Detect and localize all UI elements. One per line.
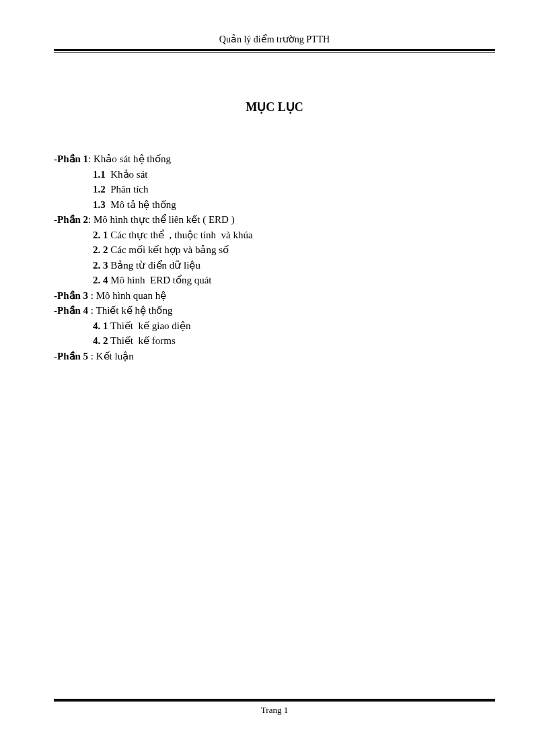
toc-sub-text: Thiết kế forms bbox=[108, 335, 176, 346]
footer-rule-thin bbox=[54, 701, 495, 702]
toc-title: MỤC LỤC bbox=[54, 100, 495, 114]
toc-sub-text: Khảo sát bbox=[106, 169, 148, 180]
toc-sub-text: Phân tích bbox=[106, 184, 149, 195]
toc-sub: 2. 2 Các mối kết hợp và bảng số bbox=[93, 242, 495, 258]
footer-page-number: Trang 1 bbox=[54, 705, 495, 716]
header-rule-thick bbox=[54, 49, 495, 51]
toc-sub: 1.2 Phân tích bbox=[93, 182, 495, 197]
toc-sub-text: Mô tả hệ thống bbox=[106, 199, 176, 210]
toc-part-sep: : bbox=[88, 351, 96, 362]
toc-part-text: Thiết kế hệ thống bbox=[96, 305, 173, 316]
toc-sub-text: Thiết kế giao diện bbox=[108, 320, 191, 331]
toc-sub: 2. 1 Các thực thể , thuộc tính và khúa bbox=[93, 228, 495, 243]
toc-sub-text: Các thực thể , thuộc tính và khúa bbox=[108, 230, 253, 240]
toc-part-text: Kết luận bbox=[96, 351, 134, 362]
toc-sub: 4. 1 Thiết kế giao diện bbox=[93, 318, 495, 334]
toc-sub: 4. 2 Thiết kế forms bbox=[93, 333, 495, 349]
toc-sub: 2. 4 Mô hình ERD tổng quát bbox=[93, 273, 495, 288]
toc-sub-num: 2. 4 bbox=[93, 275, 108, 285]
toc-part: -Phần 5 : Kết luận bbox=[54, 349, 495, 364]
toc-part-sep: : bbox=[88, 290, 96, 301]
header-rule-thin bbox=[54, 52, 495, 53]
toc-part-sep: : bbox=[88, 214, 94, 225]
toc-part-sep: : bbox=[88, 305, 96, 316]
toc-part-text: Khảo sát hệ thống bbox=[94, 153, 171, 164]
toc-sub-text: Mô hình ERD tổng quát bbox=[108, 275, 212, 285]
header-text: Quản lý điểm trường PTTH bbox=[54, 34, 495, 45]
toc-sub-num: 2. 3 bbox=[93, 260, 108, 271]
toc-sub-num: 4. 1 bbox=[93, 320, 108, 331]
toc-part-text: Mô hình quan hệ bbox=[96, 290, 166, 301]
toc-sub-num: 2. 2 bbox=[93, 244, 108, 255]
toc-sub-text: Bảng từ điển dữ liệu bbox=[108, 260, 200, 271]
toc-part-label: -Phần 4 bbox=[54, 305, 88, 316]
toc-part: -Phần 2: Mô hình thực thể liên kết ( ERD… bbox=[54, 212, 495, 228]
toc-part-label: -Phần 5 bbox=[54, 351, 88, 362]
toc-sub-num: 1.3 bbox=[93, 199, 106, 210]
toc-part-sep: : bbox=[88, 153, 94, 164]
toc-part-label: -Phần 1 bbox=[54, 153, 88, 164]
toc-sub: 1.3 Mô tả hệ thống bbox=[93, 197, 495, 213]
toc-sub-num: 4. 2 bbox=[93, 335, 108, 346]
toc-part-text: Mô hình thực thể liên kết ( ERD ) bbox=[94, 214, 235, 225]
toc-sub-num: 1.2 bbox=[93, 184, 106, 195]
toc-sub: 2. 3 Bảng từ điển dữ liệu bbox=[93, 258, 495, 273]
toc-body: -Phần 1: Khảo sát hệ thống1.1 Khảo sát1.… bbox=[54, 151, 495, 699]
toc-part: -Phần 1: Khảo sát hệ thống bbox=[54, 151, 495, 167]
toc-part-label: -Phần 2 bbox=[54, 214, 88, 225]
toc-part-label: -Phần 3 bbox=[54, 290, 88, 301]
toc-sub-num: 1.1 bbox=[93, 169, 106, 180]
footer-rule-thick bbox=[54, 699, 495, 701]
toc-sub: 1.1 Khảo sát bbox=[93, 167, 495, 182]
toc-part: -Phần 4 : Thiết kế hệ thống bbox=[54, 303, 495, 318]
toc-part: -Phần 3 : Mô hình quan hệ bbox=[54, 288, 495, 304]
page: Quản lý điểm trường PTTH MỤC LỤC -Phần 1… bbox=[0, 0, 549, 756]
footer-area: Trang 1 bbox=[54, 699, 495, 716]
toc-sub-text: Các mối kết hợp và bảng số bbox=[108, 244, 229, 255]
toc-sub-num: 2. 1 bbox=[93, 230, 108, 240]
